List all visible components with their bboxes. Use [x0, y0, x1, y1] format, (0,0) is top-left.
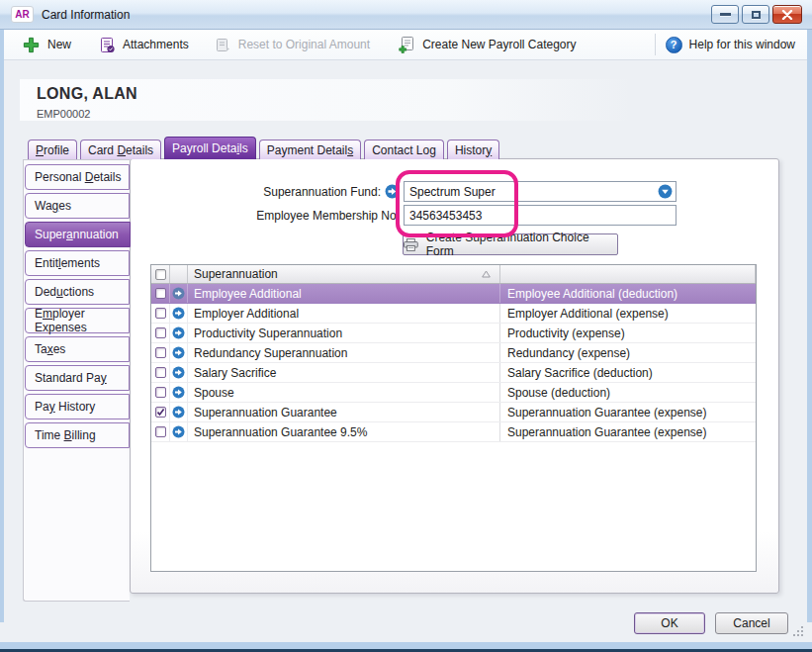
row-open-icon[interactable]	[172, 425, 185, 438]
row-checkbox-checked[interactable]	[155, 407, 166, 418]
row-category: Superannuation Guarantee (expense)	[500, 403, 756, 421]
row-category: Productivity (expense)	[500, 324, 756, 342]
tab-profile[interactable]: Profile	[28, 140, 77, 159]
employee-membership-label: Employee Membership No:	[227, 209, 400, 223]
minimize-button[interactable]	[711, 5, 739, 24]
resize-grip-icon[interactable]	[793, 626, 805, 638]
row-category: Salary Sacrifice (deduction)	[500, 363, 756, 382]
printer-icon	[404, 238, 418, 251]
row-category: Employer Additional (expense)	[500, 304, 756, 323]
row-open-icon[interactable]	[172, 346, 185, 359]
select-all-checkbox[interactable]	[155, 269, 166, 280]
close-button[interactable]	[772, 5, 802, 24]
row-name: Superannuation Guarantee 9.5%	[188, 422, 500, 441]
row-name: Employee Additional	[188, 284, 500, 303]
create-new-payroll-category-button[interactable]: Create New Payroll Category	[398, 36, 576, 53]
sidebar-item-personal-details[interactable]: Personal Details	[25, 164, 130, 190]
cancel-button[interactable]: Cancel	[715, 612, 788, 634]
tab-strip: Profile Card Details Payroll Details Pay…	[28, 137, 499, 159]
superannuation-table: Superannuation Employee Additional Emplo…	[150, 264, 757, 572]
sidebar-item-superannuation[interactable]: Superannuation	[25, 222, 131, 247]
sidebar-item-time-billing[interactable]: Time Billing	[25, 422, 130, 448]
table-header-row: Superannuation	[151, 265, 756, 284]
minimize-icon	[720, 13, 731, 16]
row-checkbox[interactable]	[155, 347, 166, 358]
row-checkbox[interactable]	[155, 327, 166, 338]
row-name: Superannuation Guarantee	[188, 403, 500, 421]
header-checkbox-cell	[151, 265, 170, 283]
row-name: Salary Sacrifice	[188, 363, 500, 382]
table-row[interactable]: Productivity Superannuation Productivity…	[151, 324, 756, 343]
tab-card-details[interactable]: Card Details	[80, 140, 161, 159]
row-name: Spouse	[188, 383, 500, 402]
table-row[interactable]: Spouse Spouse (deduction)	[151, 383, 756, 403]
toolbar-separator	[655, 34, 656, 55]
window-title: Card Information	[42, 8, 130, 22]
window-border	[0, 642, 812, 652]
sidebar-item-standard-pay[interactable]: Standard Pay	[25, 365, 130, 391]
ok-button[interactable]: OK	[634, 612, 705, 634]
tab-payroll-details[interactable]: Payroll Details	[164, 137, 256, 159]
row-name: Employer Additional	[188, 304, 500, 323]
row-open-icon[interactable]	[172, 287, 185, 300]
create-category-icon	[398, 36, 415, 53]
row-checkbox[interactable]	[155, 288, 166, 299]
reset-icon	[215, 37, 231, 53]
table-row[interactable]: Employee Additional Employee Additional …	[151, 284, 756, 304]
row-open-icon[interactable]	[172, 386, 185, 399]
row-category: Redundancy (expense)	[500, 343, 756, 362]
table-row[interactable]: Superannuation Guarantee 9.5% Superannua…	[151, 422, 756, 442]
table-row[interactable]: Redundancy Superannuation Redundancy (ex…	[151, 343, 756, 363]
row-open-icon[interactable]	[172, 326, 185, 339]
help-button[interactable]: ? Help for this window	[666, 37, 795, 53]
row-open-icon[interactable]	[172, 307, 185, 320]
sidebar-item-employer-expenses[interactable]: Employer Expenses	[25, 308, 130, 333]
window-border	[0, 0, 4, 622]
employee-code: EMP00002	[37, 108, 90, 120]
sort-ascending-icon	[482, 270, 491, 278]
row-category: Superannuation Guarantee (expense)	[500, 422, 756, 441]
tab-contact-log[interactable]: Contact Log	[364, 140, 444, 159]
sidebar-item-taxes[interactable]: Taxes	[25, 336, 130, 362]
employee-membership-input[interactable]	[404, 205, 677, 226]
create-superannuation-choice-form-button[interactable]: Create Superannuation Choice Form	[403, 233, 618, 255]
header-category[interactable]	[500, 265, 756, 283]
employee-name: LONG, ALAN	[37, 85, 137, 103]
row-name: Redundancy Superannuation	[188, 343, 500, 362]
row-checkbox[interactable]	[155, 426, 166, 437]
superannuation-fund-input[interactable]	[404, 181, 677, 202]
title-bar[interactable]: AR Card Information	[0, 0, 812, 30]
row-checkbox[interactable]	[155, 367, 166, 378]
attachments-icon	[99, 37, 116, 53]
sidebar: Personal Details Wages Superannuation En…	[25, 164, 131, 451]
table-empty-area	[151, 442, 756, 571]
row-open-icon[interactable]	[172, 366, 185, 379]
header-superannuation[interactable]: Superannuation	[188, 265, 500, 283]
sidebar-item-wages[interactable]: Wages	[25, 193, 130, 219]
restore-icon	[752, 11, 761, 19]
new-plus-icon	[22, 36, 41, 54]
fund-dropdown-icon[interactable]	[658, 184, 673, 199]
close-icon	[781, 10, 793, 20]
table-row[interactable]: Superannuation Guarantee Superannuation …	[151, 403, 756, 422]
attachments-button[interactable]: Attachments	[99, 37, 189, 53]
toolbar: New Attachments Reset to Original Amount	[4, 30, 807, 60]
row-category: Spouse (deduction)	[500, 383, 756, 402]
new-button[interactable]: New	[22, 36, 71, 54]
row-checkbox[interactable]	[155, 387, 166, 398]
row-open-icon[interactable]	[172, 406, 185, 419]
sidebar-item-deductions[interactable]: Deductions	[25, 279, 130, 305]
reset-to-original-amount-button: Reset to Original Amount	[215, 37, 370, 53]
fund-open-icon[interactable]	[385, 184, 400, 199]
sidebar-item-entitlements[interactable]: Entitlements	[25, 250, 130, 276]
table-row[interactable]: Employer Additional Employer Additional …	[151, 304, 756, 324]
row-checkbox[interactable]	[155, 308, 166, 319]
sidebar-item-pay-history[interactable]: Pay History	[25, 394, 130, 419]
tab-history[interactable]: History	[447, 140, 499, 159]
app-icon: AR	[11, 6, 34, 23]
table-row[interactable]: Salary Sacrifice Salary Sacrifice (deduc…	[151, 363, 756, 383]
card-information-window: AR Card Information New Attachments	[0, 0, 812, 652]
tab-payment-details[interactable]: Payment Details	[259, 140, 361, 159]
maximize-button[interactable]	[742, 5, 769, 24]
superannuation-fund-label: Superannuation Fund:	[227, 185, 381, 199]
